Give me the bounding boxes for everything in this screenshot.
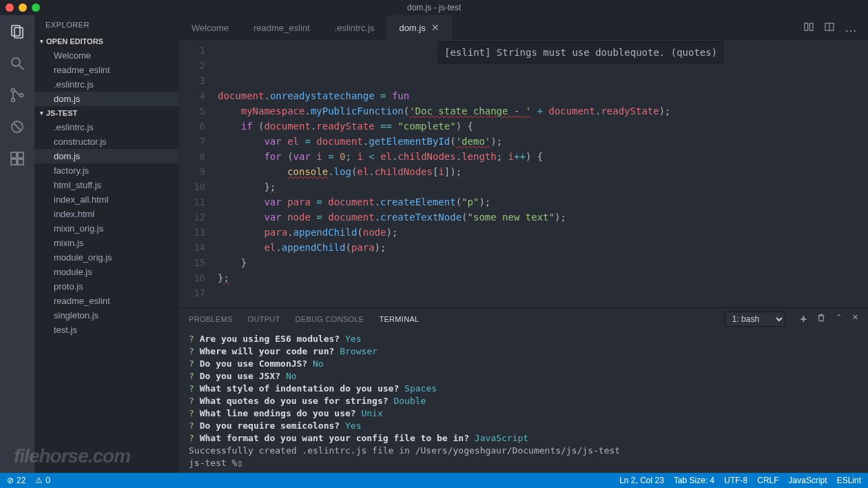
status-indentation[interactable]: Tab Size: 4: [674, 476, 714, 485]
svg-rect-11: [11, 159, 17, 165]
file-item[interactable]: readme_eslint: [34, 294, 179, 308]
explorer-icon[interactable]: [8, 22, 27, 41]
file-item[interactable]: constructor.js: [34, 134, 179, 149]
file-item[interactable]: index_all.html: [34, 192, 179, 207]
explorer-header: EXPLORER: [34, 15, 179, 34]
status-warnings[interactable]: ⚠ 0: [35, 476, 50, 485]
svg-point-5: [12, 99, 15, 102]
open-editor-item[interactable]: readme_eslint: [34, 63, 179, 77]
extensions-icon[interactable]: [8, 149, 27, 168]
editor[interactable]: 1234567891011121314151617 [eslint] Strin…: [179, 40, 868, 307]
svg-rect-12: [18, 159, 23, 165]
activity-bar: [0, 15, 34, 473]
close-panel-icon[interactable]: ✕: [852, 313, 858, 325]
more-actions-icon[interactable]: …: [845, 21, 858, 35]
window-title: dom.js - js-test: [0, 3, 868, 12]
status-language[interactable]: JavaScript: [789, 476, 827, 485]
new-terminal-icon[interactable]: +: [800, 313, 807, 325]
tab-label: dom.js: [399, 23, 425, 33]
svg-point-6: [20, 94, 23, 97]
code-content[interactable]: [eslint] Strings must use doublequote. (…: [218, 40, 868, 307]
file-item[interactable]: index.html: [34, 207, 179, 221]
search-icon[interactable]: [8, 54, 27, 73]
statusbar: ⊘ 22 ⚠ 0 Ln 2, Col 23 Tab Size: 4 UTF-8 …: [0, 473, 868, 488]
tab-label: Welcome: [192, 23, 229, 33]
gutter: 1234567891011121314151617: [179, 40, 218, 307]
split-editor-icon[interactable]: [824, 21, 835, 34]
terminal[interactable]: ? Are you using ES6 modules? Yes? Where …: [179, 330, 868, 473]
panel-tab[interactable]: TERMINAL: [379, 315, 419, 323]
source-control-icon[interactable]: [8, 85, 27, 105]
file-item[interactable]: singleton.js: [34, 308, 179, 323]
editor-tab[interactable]: dom.js✕: [386, 15, 451, 40]
status-eslint[interactable]: ESLint: [837, 476, 861, 485]
editor-tab[interactable]: readme_eslint: [241, 15, 322, 40]
svg-rect-10: [18, 152, 23, 158]
file-item[interactable]: module.js: [34, 265, 179, 279]
svg-line-8: [14, 123, 21, 130]
tab-label: readme_eslint: [254, 23, 310, 33]
editor-tab[interactable]: Welcome: [179, 15, 241, 40]
file-item[interactable]: factory.js: [34, 163, 179, 178]
svg-point-4: [12, 89, 15, 92]
svg-line-3: [19, 65, 23, 70]
file-item[interactable]: module_orig.js: [34, 250, 179, 265]
svg-rect-9: [11, 152, 17, 158]
panel-tab[interactable]: PROBLEMS: [189, 315, 233, 323]
debug-icon[interactable]: [8, 117, 27, 136]
editor-tab[interactable]: .eslintrc.js: [322, 15, 387, 40]
maximize-panel-icon[interactable]: ⌃: [836, 313, 842, 325]
status-encoding[interactable]: UTF-8: [724, 476, 747, 485]
sidebar: EXPLORER OPEN EDITORS Welcomereadme_esli…: [34, 15, 179, 473]
close-tab-icon[interactable]: ✕: [431, 22, 440, 33]
file-item[interactable]: dom.js: [34, 149, 179, 163]
compare-split-icon[interactable]: [803, 21, 814, 34]
open-editor-item[interactable]: .eslintrc.js: [34, 77, 179, 92]
status-errors[interactable]: ⊘ 22: [7, 476, 25, 485]
open-editors-section[interactable]: OPEN EDITORS: [34, 34, 179, 48]
svg-rect-13: [805, 23, 808, 30]
kill-terminal-icon[interactable]: [816, 313, 826, 325]
panel-tab[interactable]: DEBUG CONSOLE: [296, 315, 364, 323]
file-item[interactable]: proto.js: [34, 279, 179, 294]
file-item[interactable]: mixin.js: [34, 236, 179, 250]
status-cursor[interactable]: Ln 2, Col 23: [619, 476, 664, 485]
file-item[interactable]: test.js: [34, 323, 179, 337]
open-editor-item[interactable]: dom.js: [34, 92, 179, 106]
tabstrip: Welcomereadme_eslint.eslintrc.jsdom.js✕ …: [179, 15, 868, 40]
status-eol[interactable]: CRLF: [757, 476, 778, 485]
file-item[interactable]: .eslintrc.js: [34, 120, 179, 134]
panel: PROBLEMSOUTPUTDEBUG CONSOLETERMINAL 1: b…: [179, 307, 868, 473]
eslint-tooltip: [eslint] Strings must use doublequote. (…: [438, 41, 723, 63]
svg-point-2: [12, 58, 20, 66]
tab-label: .eslintrc.js: [335, 23, 375, 33]
svg-rect-14: [809, 23, 813, 30]
file-item[interactable]: html_stuff.js: [34, 178, 179, 192]
open-editor-item[interactable]: Welcome: [34, 48, 179, 63]
terminal-select[interactable]: 1: bash: [725, 312, 785, 327]
panel-tab[interactable]: OUTPUT: [248, 315, 280, 323]
file-item[interactable]: mixin_orig.js: [34, 221, 179, 236]
project-section[interactable]: JS-TEST: [34, 106, 179, 120]
titlebar: dom.js - js-test: [0, 0, 868, 15]
